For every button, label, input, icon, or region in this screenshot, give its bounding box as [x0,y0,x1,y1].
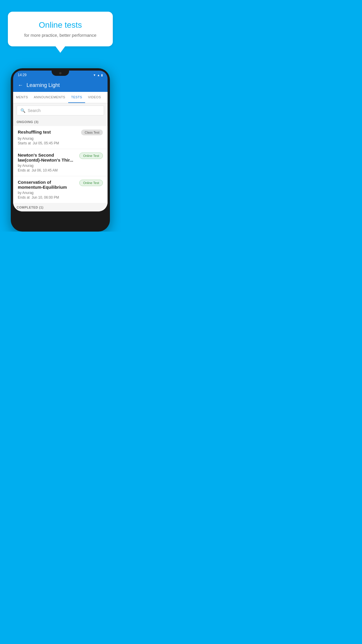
bubble-subtitle: for more practice, better performance [20,33,101,38]
test-item[interactable]: Reshuffling test Class Test by Anurag St… [13,126,108,149]
app-header: ← Learning Light [13,79,108,92]
test-date: Ends at Jun 10, 06:00 PM [18,195,103,200]
status-bar: 14:29 ▼ ▲ ▮ [13,71,108,79]
tab-tests[interactable]: TESTS [68,92,85,103]
phone-mockup: 14:29 ▼ ▲ ▮ ← Learning Light MENTS ANNOU… [11,68,110,232]
phone-screen: ← Learning Light MENTS ANNOUNCEMENTS TES… [13,79,108,211]
back-button[interactable]: ← [18,82,23,88]
camera-dot [59,72,61,74]
search-container: 🔍 Search [13,103,108,118]
wifi-icon: ▼ [93,74,96,77]
test-item[interactable]: Newton's Second law(contd)-Newton's Thir… [13,149,108,176]
promo-area: Online tests for more practice, better p… [0,0,121,52]
status-icons: ▼ ▲ ▮ [93,74,103,77]
app-title: Learning Light [27,82,60,88]
test-name: Newton's Second law(contd)-Newton's Thir… [18,153,77,162]
ongoing-section-header: ONGOING (3) [13,118,108,126]
speech-bubble: Online tests for more practice, better p… [8,12,113,46]
test-badge: Online Test [79,180,103,186]
tab-assignments[interactable]: MENTS [13,92,31,103]
test-badge: Online Test [79,153,103,159]
tab-announcements[interactable]: ANNOUNCEMENTS [31,92,68,103]
battery-icon: ▮ [101,74,103,77]
tab-videos[interactable]: VIDEOS [85,92,104,103]
test-author: by Anurag [18,136,103,141]
test-author: by Anurag [18,164,103,168]
search-box[interactable]: 🔍 Search [17,106,104,116]
test-date: Starts at Jul 05, 05:45 PM [18,141,103,145]
test-item-top: Reshuffling test Class Test [18,130,103,135]
completed-section-header: COMPLETED (1) [13,203,108,211]
phone-notch [52,71,69,76]
clock: 14:29 [18,73,27,77]
tabs-bar: MENTS ANNOUNCEMENTS TESTS VIDEOS [13,92,108,103]
test-date: Ends at Jul 06, 10:45 AM [18,168,103,172]
test-author: by Anurag [18,191,103,195]
test-item-top: Conservation of momentum-Equilibrium Onl… [18,180,103,190]
test-item-top: Newton's Second law(contd)-Newton's Thir… [18,153,103,162]
test-item[interactable]: Conservation of momentum-Equilibrium Onl… [13,176,108,203]
signal-icon: ▲ [97,74,100,77]
test-name: Reshuffling test [18,130,79,134]
test-badge: Class Test [81,130,103,135]
search-placeholder-text: Search [28,108,41,113]
bubble-title: Online tests [20,20,101,30]
test-name: Conservation of momentum-Equilibrium [18,180,77,190]
search-icon: 🔍 [20,108,25,113]
